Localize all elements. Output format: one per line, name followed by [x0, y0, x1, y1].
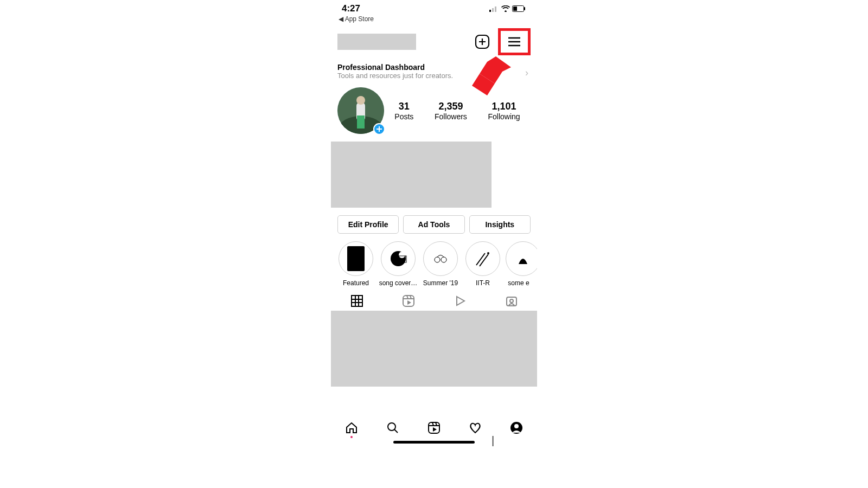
- content-tabs: [331, 287, 537, 311]
- back-to-appstore[interactable]: ◀ App Store: [331, 14, 537, 25]
- svg-point-25: [435, 257, 440, 262]
- insights-button[interactable]: Insights: [469, 215, 531, 234]
- plus-icon: [376, 126, 382, 132]
- svg-rect-0: [489, 10, 491, 12]
- svg-point-43: [388, 423, 395, 431]
- annotation-highlight-box: [498, 28, 531, 55]
- ad-tools-button[interactable]: Ad Tools: [403, 215, 464, 234]
- profile-header: [331, 25, 537, 60]
- nav-profile[interactable]: [506, 421, 527, 438]
- bio-redacted: [331, 142, 492, 208]
- nav-search[interactable]: [382, 421, 404, 438]
- dashboard-title: Professional Dashboard: [337, 63, 453, 72]
- stat-following[interactable]: 1,101 Following: [488, 101, 520, 121]
- status-bar: 4:27: [331, 0, 537, 14]
- status-icons: [489, 5, 526, 12]
- tab-tagged[interactable]: [501, 294, 522, 307]
- tagged-icon: [505, 294, 518, 307]
- phone-frame: 4:27 ◀ App Store Professional Dashboard …: [331, 0, 537, 445]
- professional-dashboard-row[interactable]: Professional Dashboard Tools and resourc…: [331, 60, 537, 84]
- svg-point-29: [487, 252, 489, 254]
- wifi-icon: [501, 5, 510, 12]
- svg-rect-45: [429, 422, 439, 433]
- svg-line-28: [480, 254, 488, 266]
- highlight-item[interactable]: Featured: [336, 241, 375, 287]
- tab-reels[interactable]: [398, 294, 419, 307]
- chevron-right-icon: ›: [525, 67, 528, 79]
- svg-rect-35: [403, 296, 414, 306]
- highlight-item[interactable]: IIT-R: [463, 241, 502, 287]
- svg-rect-18: [357, 115, 361, 129]
- reels-icon: [402, 294, 415, 307]
- highlight-item[interactable]: Summer '19: [421, 241, 460, 287]
- profile-actions: Edit Profile Ad Tools Insights: [331, 208, 537, 238]
- svg-line-44: [394, 429, 398, 433]
- posts-grid-redacted: [331, 311, 537, 387]
- reels-nav-icon: [427, 421, 441, 435]
- tab-grid[interactable]: [346, 294, 368, 307]
- stat-posts[interactable]: 31 Posts: [394, 101, 413, 121]
- svg-marker-49: [433, 427, 437, 432]
- edit-profile-button[interactable]: Edit Profile: [337, 215, 399, 234]
- cellular-icon: [489, 5, 499, 12]
- grid-icon: [350, 294, 363, 307]
- add-story-badge[interactable]: [373, 123, 385, 135]
- highlight-item[interactable]: song cover…: [379, 241, 418, 287]
- stat-followers[interactable]: 2,359 Followers: [435, 101, 467, 121]
- svg-line-27: [476, 253, 485, 265]
- svg-rect-30: [352, 296, 362, 306]
- notification-dot: [350, 436, 353, 438]
- nav-home[interactable]: [341, 421, 362, 438]
- profile-icon: [509, 421, 524, 435]
- nav-reels[interactable]: [423, 421, 445, 438]
- highlight-item[interactable]: some e: [506, 241, 532, 287]
- hamburger-icon: [507, 36, 521, 47]
- story-highlights[interactable]: Featured song cover… Summer '19 IIT-R so…: [331, 238, 537, 287]
- menu-button[interactable]: [505, 33, 524, 51]
- nav-activity[interactable]: [464, 421, 486, 438]
- svg-marker-39: [407, 300, 411, 305]
- home-indicator: [393, 441, 475, 444]
- text-cursor: |: [492, 434, 494, 447]
- status-time: 4:27: [342, 3, 360, 14]
- annotation-arrow: [463, 56, 511, 99]
- svg-rect-1: [492, 8, 494, 12]
- home-icon: [344, 421, 359, 435]
- svg-point-51: [514, 424, 519, 428]
- stats: 31 Posts 2,359 Followers 1,101 Following: [384, 101, 531, 121]
- create-button[interactable]: [473, 33, 492, 51]
- search-icon: [386, 421, 400, 435]
- svg-rect-5: [513, 7, 517, 11]
- svg-rect-41: [507, 297, 516, 306]
- svg-marker-40: [457, 297, 464, 305]
- svg-point-23: [399, 252, 405, 258]
- bottom-nav: [331, 416, 537, 440]
- svg-point-17: [356, 96, 365, 105]
- dashboard-subtitle: Tools and resources just for creators.: [337, 72, 453, 80]
- battery-icon: [512, 5, 526, 12]
- svg-rect-4: [524, 7, 525, 10]
- svg-rect-19: [361, 115, 365, 129]
- heart-icon: [468, 421, 482, 435]
- svg-point-42: [510, 299, 513, 303]
- tab-video[interactable]: [449, 294, 471, 307]
- svg-rect-2: [495, 7, 496, 12]
- username-redacted: [337, 34, 416, 50]
- plus-square-icon: [475, 34, 490, 49]
- play-icon: [454, 294, 467, 307]
- svg-point-26: [441, 257, 446, 262]
- avatar-wrap[interactable]: [337, 87, 384, 134]
